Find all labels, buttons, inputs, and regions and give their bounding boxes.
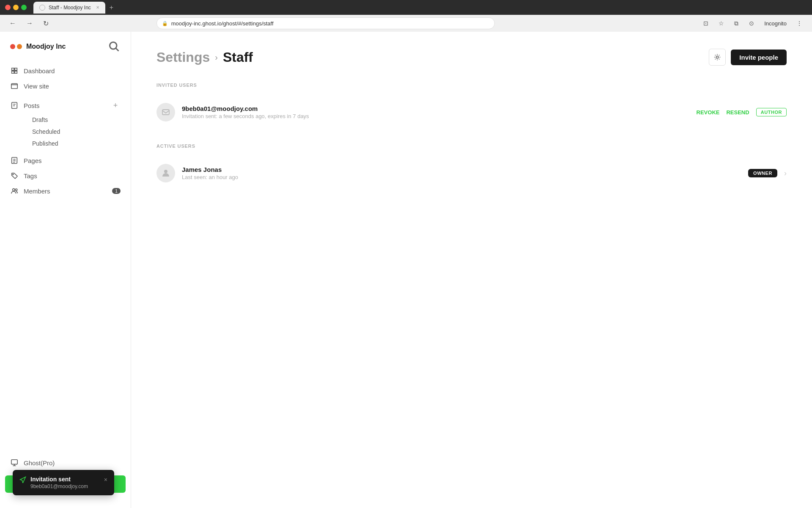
sidebar-item-published[interactable]: Published (29, 138, 121, 149)
new-post-button[interactable]: + (110, 100, 121, 110)
sidebar-item-dashboard-label: Dashboard (24, 67, 121, 75)
svg-point-11 (164, 170, 167, 173)
invited-user-card: 9beb0a01@moodjoy.com Invitation sent: a … (156, 94, 787, 130)
sidebar-item-view-site[interactable]: View site (5, 78, 126, 94)
new-tab-button[interactable]: + (107, 4, 116, 11)
svg-point-0 (110, 42, 117, 50)
reload-button[interactable]: ↻ (41, 18, 51, 29)
svg-rect-8 (11, 460, 17, 464)
active-users-label: ACTIVE USERS (156, 144, 787, 149)
nav-section-posts: Posts + Drafts Scheduled Published (0, 97, 131, 149)
active-user-name: James Jonas (182, 166, 741, 173)
extensions-icon[interactable]: ⧉ (730, 17, 742, 29)
traffic-lights (5, 5, 27, 10)
brand-dot-orange (17, 44, 22, 49)
active-user-card[interactable]: James Jonas Last seen: an hour ago OWNER… (156, 155, 787, 191)
sidebar-item-drafts[interactable]: Drafts (29, 114, 121, 126)
toolbar-right: ⊡ ☆ ⧉ ⊙ Incognito ⋮ (700, 17, 805, 29)
sidebar-item-scheduled[interactable]: Scheduled (29, 126, 121, 138)
cast-icon[interactable]: ⊡ (700, 17, 712, 29)
svg-point-9 (716, 56, 719, 58)
browser-profile-icon[interactable]: ⊙ (746, 17, 757, 29)
invited-user-email: 9beb0a01@moodjoy.com (182, 105, 690, 112)
tab-favicon (39, 5, 45, 11)
maximize-window-button[interactable] (21, 5, 27, 10)
brand-name: Moodjoy Inc (26, 43, 66, 50)
tab-title: Staff - Moodjoy Inc (49, 5, 91, 11)
view-site-icon (10, 82, 19, 90)
members-icon (10, 187, 19, 195)
active-users-section: ACTIVE USERS James Jonas Last seen: an h… (156, 144, 787, 191)
svg-line-1 (116, 48, 119, 51)
resend-button[interactable]: RESEND (726, 109, 749, 116)
svg-point-5 (13, 174, 14, 175)
minimize-window-button[interactable] (13, 5, 19, 10)
sidebar-item-ghost-pro-label: Ghost(Pro) (24, 459, 121, 467)
envelope-icon (162, 108, 170, 116)
sidebar: Moodjoy Inc Dashboard View site (0, 32, 131, 508)
posts-icon (10, 101, 19, 110)
active-user-actions: OWNER › (748, 169, 787, 178)
invited-users-label: INVITED USERS (156, 83, 787, 88)
close-window-button[interactable] (5, 5, 11, 10)
sidebar-item-scheduled-label: Scheduled (32, 128, 60, 135)
sidebar-header: Moodjoy Inc (0, 40, 131, 63)
breadcrumb: Settings › Staff (156, 50, 253, 65)
pages-icon (10, 156, 19, 165)
gear-icon (713, 53, 721, 61)
toast-send-icon (19, 476, 26, 485)
sidebar-item-tags[interactable]: Tags (5, 168, 126, 183)
breadcrumb-current: Staff (223, 50, 253, 65)
search-button[interactable] (108, 40, 121, 53)
incognito-label: Incognito (764, 20, 787, 27)
brand-logo (10, 44, 22, 49)
active-user-info: James Jonas Last seen: an hour ago (182, 166, 741, 180)
toast-content: Invitation sent 9beb0a01@moodjoy.com (30, 476, 100, 489)
invited-user-role-badge: AUTHOR (756, 108, 787, 116)
main-content: Settings › Staff Invite people INVITED U… (131, 32, 812, 508)
active-user-role-badge: OWNER (748, 169, 777, 177)
toast-notification: Invitation sent 9beb0a01@moodjoy.com × (13, 470, 114, 495)
back-button[interactable]: ← (7, 18, 19, 29)
sidebar-item-posts-label: Posts (24, 102, 105, 109)
breadcrumb-arrow: › (215, 52, 218, 62)
chevron-right-icon: › (784, 169, 787, 178)
app-layout: Moodjoy Inc Dashboard View site (0, 32, 812, 508)
incognito-profile[interactable]: Incognito (761, 19, 790, 28)
sidebar-item-pages-label: Pages (24, 157, 121, 164)
breadcrumb-settings[interactable]: Settings (156, 50, 210, 65)
search-icon (108, 40, 121, 53)
sidebar-item-posts[interactable]: Posts + (5, 97, 126, 114)
sidebar-item-published-label: Published (32, 140, 58, 147)
posts-subnav: Drafts Scheduled Published (5, 114, 126, 149)
sidebar-item-view-site-label: View site (24, 83, 121, 90)
sidebar-item-ghost-pro[interactable]: Ghost(Pro) (5, 455, 126, 470)
sidebar-item-dashboard[interactable]: Dashboard (5, 63, 126, 78)
toast-title: Invitation sent (30, 476, 100, 483)
page-header: Settings › Staff Invite people (156, 49, 787, 66)
tab-close-button[interactable]: ✕ (96, 5, 99, 10)
url-text: moodjoy-inc.ghost.io/ghost/#/settings/st… (171, 20, 489, 27)
invited-user-info: 9beb0a01@moodjoy.com Invitation sent: a … (182, 105, 690, 119)
settings-gear-button[interactable] (709, 49, 726, 66)
sidebar-item-pages[interactable]: Pages (5, 153, 126, 168)
menu-icon[interactable]: ⋮ (793, 17, 805, 29)
bookmark-icon[interactable]: ☆ (715, 17, 727, 29)
invite-people-button[interactable]: Invite people (731, 50, 787, 65)
sidebar-item-tags-label: Tags (24, 172, 121, 179)
send-icon (19, 476, 26, 483)
svg-rect-10 (162, 110, 169, 115)
active-tab[interactable]: Staff - Moodjoy Inc ✕ (33, 2, 105, 14)
invited-user-avatar (156, 103, 175, 121)
sidebar-item-members-label: Members (24, 188, 107, 195)
dashboard-icon (10, 66, 19, 75)
invited-user-actions: REVOKE RESEND AUTHOR (697, 108, 787, 116)
toast-close-button[interactable]: × (104, 476, 107, 483)
url-bar[interactable]: 🔒 moodjoy-inc.ghost.io/ghost/#/settings/… (156, 17, 495, 29)
forward-button[interactable]: → (24, 18, 36, 29)
sidebar-item-members[interactable]: Members 1 (5, 183, 126, 199)
svg-point-6 (13, 189, 15, 191)
user-icon (161, 168, 171, 178)
revoke-button[interactable]: REVOKE (697, 109, 720, 116)
members-badge: 1 (112, 188, 121, 194)
